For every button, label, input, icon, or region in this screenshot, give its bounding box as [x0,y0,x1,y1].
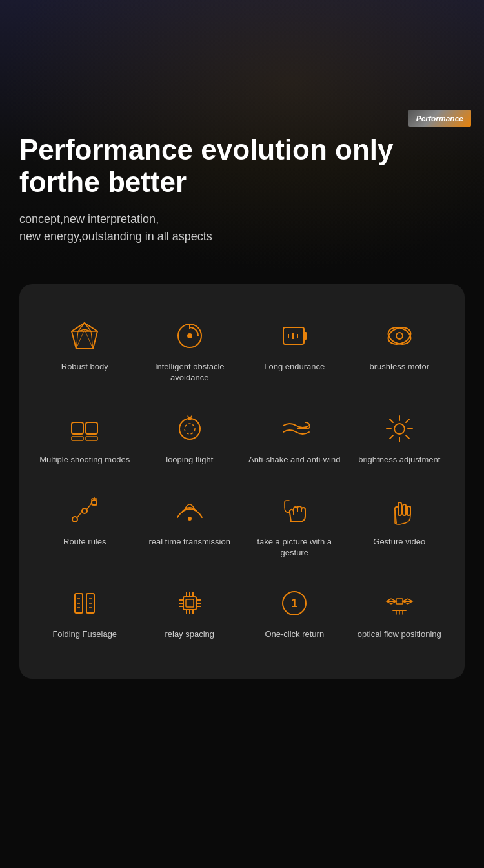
svg-point-17 [396,333,403,339]
feature-label-realtime: real time transmission [149,537,230,548]
chip-icon [170,584,209,623]
feature-label-brightness: brightness adjustment [358,455,440,466]
feature-gesture: Gesture video [347,479,452,572]
feature-oneclick: 1 One-click return [242,571,347,653]
feature-endurance: Long endurance [242,304,347,397]
hero-section: Performance Performance evolution only f… [0,0,484,271]
folding-icon [65,584,104,623]
feature-label-folding: Folding Fuselage [52,629,117,640]
features-grid: Robust body Intelligent obstacle avoidan… [32,304,452,653]
feature-shooting: Multiple shooting modes [32,397,137,479]
feature-label-takepic: take a picture with a gesture [247,537,342,559]
feature-label-shooting: Multiple shooting modes [39,455,130,466]
feature-route: Route rules [32,479,137,572]
feature-takepic: take a picture with a gesture [242,479,347,572]
svg-point-23 [185,424,195,434]
feature-label-optical: optical flow positioning [358,629,441,640]
feature-label-gesture: Gesture video [373,537,425,548]
feature-label-oneclick: One-click return [265,629,324,640]
feature-realtime: real time transmission [137,479,243,572]
feature-label-motor: brushless motor [370,362,429,373]
svg-rect-18 [72,422,83,434]
svg-rect-40 [398,502,401,515]
return-icon: 1 [275,584,314,623]
hero-content: Performance evolution only forthe better… [19,134,465,245]
svg-point-35 [82,508,87,513]
svg-point-34 [72,517,77,522]
motor-icon [380,316,419,355]
svg-line-31 [406,435,409,439]
obstacle-icon [170,316,209,355]
feature-label-looping: looping flight [166,455,213,466]
features-card: Robust body Intelligent obstacle avoidan… [19,284,465,679]
feature-robust-body: Robust body [32,304,137,397]
svg-line-32 [406,419,409,422]
svg-line-30 [390,419,393,422]
feature-brightness: brightness adjustment [347,397,452,479]
feature-obstacle: Intelligent obstacle avoidance [137,304,243,397]
battery-icon [275,316,314,355]
feature-relay: relay spacing [137,571,243,653]
svg-rect-52 [186,599,194,607]
drone-scan-icon [380,584,419,623]
svg-marker-1 [78,323,91,331]
feature-motor: brushless motor [347,304,452,397]
feature-optical: optical flow positioning [347,571,452,653]
route-icon [65,491,104,530]
features-section: Robust body Intelligent obstacle avoidan… [0,271,484,705]
svg-point-8 [187,333,192,338]
svg-rect-21 [86,437,97,440]
loop-icon [170,409,209,448]
performance-badge: Performance [408,110,471,127]
feature-label-antishake: Anti-shake and anti-wind [248,455,340,466]
svg-rect-11 [304,332,307,340]
svg-point-36 [92,500,97,505]
signal-icon [170,491,209,530]
wind-icon [275,409,314,448]
svg-point-25 [394,424,405,434]
svg-point-16 [386,325,413,347]
brightness-icon [380,409,419,448]
svg-rect-20 [72,437,83,440]
feature-looping: looping flight [137,397,243,479]
page-title: Performance evolution only forthe better [19,134,465,199]
hero-subtitle: concept,new interpretation,new energy,ou… [19,211,465,245]
performance-label: Performance [416,114,463,123]
svg-line-33 [390,435,393,439]
svg-text:1: 1 [291,597,297,610]
feature-label-endurance: Long endurance [264,362,325,373]
svg-marker-0 [72,323,97,349]
svg-rect-51 [183,597,196,610]
hand-camera-icon [275,491,314,530]
diamond-icon [65,316,104,355]
feature-label-robust: Robust body [61,362,108,373]
svg-rect-19 [86,422,97,434]
svg-rect-41 [403,504,406,515]
feature-label-route: Route rules [63,537,106,548]
svg-point-39 [188,517,192,521]
feature-label-obstacle: Intelligent obstacle avoidance [143,362,237,384]
hand-stop-icon [380,491,419,530]
feature-antishake: Anti-shake and anti-wind [242,397,347,479]
feature-label-relay: relay spacing [165,629,214,640]
svg-point-22 [179,418,200,439]
feature-folding: Folding Fuselage [32,571,137,653]
shooting-icon [65,409,104,448]
